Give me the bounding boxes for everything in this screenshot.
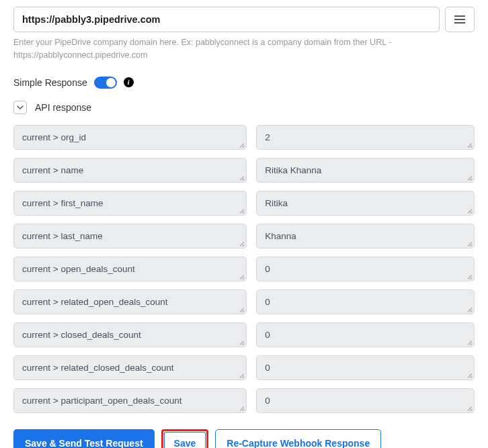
field-key[interactable]: current > open_deals_count (13, 257, 247, 281)
simple-response-toggle[interactable] (94, 77, 117, 89)
resize-handle-icon[interactable] (467, 406, 473, 411)
field-row: current > open_deals_count0 (13, 257, 475, 281)
domain-help-text: Enter your PipeDrive company domain here… (13, 36, 475, 62)
resize-handle-icon[interactable] (467, 307, 473, 312)
field-key[interactable]: current > name (13, 158, 247, 183)
field-key[interactable]: current > related_closed_deals_count (13, 355, 247, 380)
field-row: current > closed_deals_count0 (13, 322, 475, 347)
resize-handle-icon[interactable] (467, 241, 473, 247)
field-key[interactable]: current > first_name (13, 191, 247, 216)
save-button[interactable]: Save (164, 432, 206, 449)
field-value[interactable]: 0 (256, 355, 475, 380)
field-value[interactable]: 2 (256, 125, 475, 150)
field-row: current > org_id2 (13, 125, 475, 150)
resize-handle-icon[interactable] (239, 175, 245, 181)
field-value[interactable]: Khanna (256, 224, 475, 249)
resize-handle-icon[interactable] (467, 340, 473, 345)
collapse-button[interactable] (13, 101, 27, 114)
field-row: current > last_nameKhanna (13, 224, 475, 249)
resize-handle-icon[interactable] (467, 274, 473, 279)
simple-response-label: Simple Response (13, 77, 87, 88)
field-value[interactable]: 0 (256, 289, 475, 314)
field-value[interactable]: 0 (256, 388, 475, 413)
resize-handle-icon[interactable] (467, 208, 473, 214)
field-row: current > first_nameRitika (13, 191, 475, 216)
api-response-label: API response (35, 102, 91, 113)
resize-handle-icon[interactable] (239, 241, 245, 247)
field-value[interactable]: Ritika (256, 191, 475, 216)
resize-handle-icon[interactable] (239, 307, 245, 312)
chevron-down-icon (17, 104, 24, 111)
save-send-button[interactable]: Save & Send Test Request (13, 429, 155, 449)
resize-handle-icon[interactable] (239, 274, 245, 279)
resize-handle-icon[interactable] (467, 175, 473, 181)
field-value[interactable]: 0 (256, 322, 475, 347)
field-row: current > related_open_deals_count0 (13, 289, 475, 314)
resize-handle-icon[interactable] (467, 373, 473, 378)
save-highlight-box: Save (161, 429, 209, 449)
resize-handle-icon[interactable] (239, 142, 245, 148)
field-value[interactable]: Ritika Khanna (256, 158, 475, 183)
hamburger-icon (454, 13, 465, 26)
resize-handle-icon[interactable] (239, 373, 245, 378)
field-key[interactable]: current > closed_deals_count (13, 322, 247, 347)
resize-handle-icon[interactable] (239, 208, 245, 214)
menu-button[interactable] (445, 7, 475, 32)
field-key[interactable]: current > participant_open_deals_count (13, 388, 247, 413)
field-row: current > related_closed_deals_count0 (13, 355, 475, 380)
domain-input[interactable] (13, 7, 440, 32)
field-key[interactable]: current > related_open_deals_count (13, 289, 247, 314)
field-key[interactable]: current > last_name (13, 224, 247, 249)
field-row: current > nameRitika Khanna (13, 158, 475, 183)
field-key[interactable]: current > org_id (13, 125, 247, 150)
resize-handle-icon[interactable] (239, 406, 245, 411)
field-value[interactable]: 0 (256, 257, 475, 281)
resize-handle-icon[interactable] (467, 142, 473, 148)
info-icon[interactable]: i (124, 77, 134, 87)
recapture-button[interactable]: Re-Capture Webhook Response (215, 429, 381, 449)
field-row: current > participant_open_deals_count0 (13, 388, 475, 413)
resize-handle-icon[interactable] (239, 340, 245, 345)
